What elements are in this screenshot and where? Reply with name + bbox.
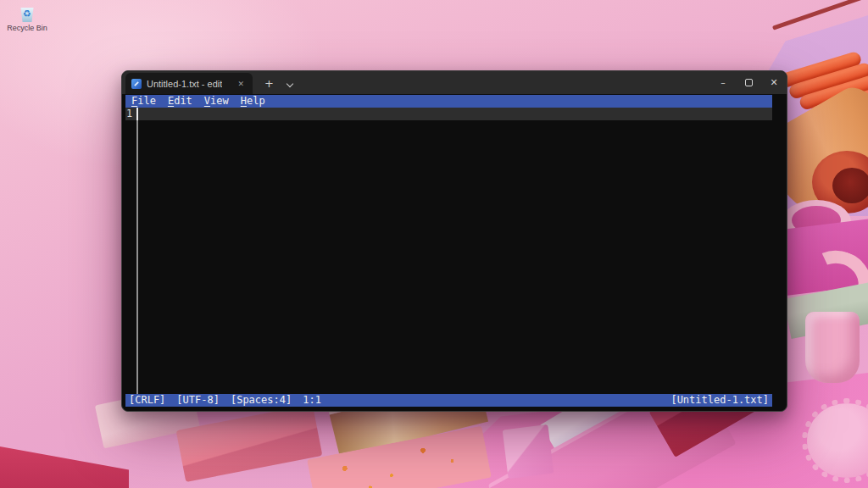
edit-menu-bar: File Edit View Help: [125, 95, 772, 108]
close-button[interactable]: ✕: [761, 71, 787, 93]
recycle-icon: ♻: [23, 9, 31, 19]
status-file-name: [Untitled-1.txt]: [670, 394, 769, 407]
maximize-icon: [745, 79, 753, 86]
tab-title: Untitled-1.txt - edit: [147, 79, 222, 89]
edit-app-icon: [131, 79, 142, 89]
status-encoding[interactable]: [UTF-8]: [176, 394, 220, 407]
menu-view[interactable]: View: [204, 95, 229, 108]
recycle-bin-label: Recycle Bin: [3, 24, 51, 32]
maximize-button[interactable]: [736, 71, 761, 93]
menu-file[interactable]: File: [131, 95, 156, 108]
recycle-bin-icon: ♻: [20, 6, 35, 22]
desktop[interactable]: ♻ Recycle Bin Untitled-1.txt - edit ✕ + …: [0, 0, 868, 488]
wallpaper-scalloped-disc: [807, 403, 868, 478]
terminal-tab[interactable]: Untitled-1.txt - edit ✕: [125, 73, 253, 94]
menu-edit[interactable]: Edit: [168, 95, 192, 108]
text-cursor: [136, 108, 138, 120]
status-line-ending[interactable]: [CRLF]: [129, 394, 165, 407]
wallpaper-pink-channel: [805, 312, 860, 383]
window-titlebar[interactable]: Untitled-1.txt - edit ✕ + – ✕: [122, 71, 787, 94]
wallpaper-cylinder-hole: [832, 168, 868, 203]
chevron-down-icon: [287, 80, 293, 87]
status-indentation[interactable]: [Spaces:4]: [231, 394, 292, 407]
edit-status-bar: [CRLF] [UTF-8] [Spaces:4] 1:1 [Untitled-…: [125, 394, 772, 407]
menu-help[interactable]: Help: [241, 95, 265, 108]
status-cursor-position[interactable]: 1:1: [303, 394, 321, 407]
line-number: 1: [126, 108, 132, 120]
terminal-pane: File Edit View Help 1 [CRLF] [UTF-8] [Sp…: [122, 94, 787, 411]
gutter-separator-line: [136, 108, 138, 394]
wallpaper-salmon-slab: [176, 404, 323, 482]
text-editor-area[interactable]: 1: [125, 108, 772, 394]
window-controls: – ✕: [710, 71, 787, 94]
terminal-window: Untitled-1.txt - edit ✕ + – ✕ File Edit …: [121, 70, 787, 412]
new-tab-button[interactable]: +: [261, 78, 277, 90]
recycle-bin-desktop-icon[interactable]: ♻ Recycle Bin: [3, 6, 51, 32]
wallpaper-small-cube: [503, 424, 554, 479]
tab-dropdown-button[interactable]: [284, 81, 296, 86]
status-left-group: [CRLF] [UTF-8] [Spaces:4] 1:1: [129, 394, 321, 407]
current-line-highlight: [125, 108, 772, 120]
tab-close-icon[interactable]: ✕: [235, 79, 247, 89]
minimize-button[interactable]: –: [710, 71, 736, 93]
